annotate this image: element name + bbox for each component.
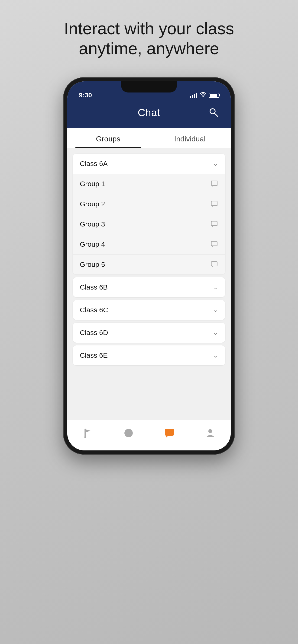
- chevron-down-icon: ⌄: [213, 283, 218, 291]
- class-6a-header[interactable]: Class 6A ⌄: [73, 154, 225, 174]
- class-6d-name: Class 6D: [80, 329, 108, 336]
- nav-item-profile[interactable]: [190, 425, 231, 441]
- svg-point-17: [208, 429, 212, 433]
- class-6e-header[interactable]: Class 6E ⌄: [73, 346, 225, 365]
- list-item[interactable]: Group 4: [73, 234, 225, 254]
- status-time: 9:30: [79, 92, 190, 99]
- class-card-6d: Class 6D ⌄: [73, 323, 225, 343]
- search-button[interactable]: [208, 107, 219, 118]
- list-item[interactable]: Group 2: [73, 194, 225, 214]
- svg-point-8: [84, 436, 86, 438]
- bottom-nav: [67, 420, 231, 450]
- svg-marker-16: [166, 436, 168, 438]
- class-card-6a: Class 6A ⌄ Group 1 Group 2: [73, 154, 225, 274]
- class-card-6e: Class 6E ⌄: [73, 346, 225, 365]
- group-2-name: Group 2: [80, 200, 105, 208]
- class-card-6b: Class 6B ⌄: [73, 277, 225, 297]
- header-title: Chat: [138, 107, 160, 118]
- tab-groups[interactable]: Groups: [67, 128, 149, 148]
- group-list-6a: Group 1 Group 2: [73, 174, 225, 274]
- class-6e-name: Class 6E: [80, 352, 108, 359]
- class-6b-name: Class 6B: [80, 283, 108, 291]
- chat-nav-icon: [164, 427, 175, 439]
- svg-rect-3: [211, 201, 217, 206]
- notch: [121, 81, 177, 92]
- explore-icon: [123, 428, 134, 438]
- class-6c-name: Class 6C: [80, 306, 108, 314]
- chat-bubble-icon: [210, 260, 218, 268]
- group-1-name: Group 1: [80, 180, 105, 188]
- content-area: Class 6A ⌄ Group 1 Group 2: [67, 148, 231, 420]
- group-4-name: Group 4: [80, 240, 105, 248]
- battery-icon: [209, 93, 219, 98]
- svg-line-1: [214, 113, 218, 116]
- class-6b-header[interactable]: Class 6B ⌄: [73, 277, 225, 297]
- svg-rect-6: [211, 262, 217, 266]
- chevron-down-icon: ⌄: [213, 160, 218, 168]
- class-6a-name: Class 6A: [80, 160, 108, 168]
- search-icon: [208, 107, 219, 118]
- nav-item-search[interactable]: [108, 425, 149, 441]
- chevron-down-icon: ⌄: [213, 329, 218, 336]
- signal-bars-icon: [190, 92, 197, 98]
- chat-bubble-icon: [210, 200, 218, 208]
- svg-point-10: [128, 432, 129, 434]
- profile-icon: [205, 428, 216, 438]
- class-6c-header[interactable]: Class 6C ⌄: [73, 300, 225, 320]
- tab-individual[interactable]: Individual: [149, 128, 231, 148]
- headline: Interact with your class anytime, anywhe…: [64, 18, 234, 59]
- list-item[interactable]: Group 1: [73, 174, 225, 194]
- wifi-icon: [200, 92, 207, 99]
- content-spacer: [73, 368, 225, 414]
- status-bar: 9:30: [67, 81, 231, 102]
- class-card-6c: Class 6C ⌄: [73, 300, 225, 320]
- list-item[interactable]: Group 5: [73, 254, 225, 274]
- chat-bubble-icon: [210, 180, 218, 188]
- svg-rect-5: [211, 241, 217, 246]
- list-item[interactable]: Group 3: [73, 214, 225, 234]
- status-icons: [190, 92, 219, 99]
- phone-screen: 9:30 Chat: [67, 81, 231, 450]
- tabs-container: Groups Individual: [67, 128, 231, 148]
- class-6d-header[interactable]: Class 6D ⌄: [73, 323, 225, 343]
- svg-rect-2: [211, 181, 217, 185]
- svg-rect-15: [165, 429, 174, 436]
- guide-icon: [82, 428, 93, 438]
- svg-rect-4: [211, 221, 217, 226]
- nav-item-chat[interactable]: [149, 425, 190, 441]
- group-5-name: Group 5: [80, 260, 105, 268]
- phone-frame: 9:30 Chat: [63, 77, 235, 454]
- group-3-name: Group 3: [80, 220, 105, 228]
- chat-bubble-icon: [210, 220, 218, 228]
- nav-item-guide[interactable]: [67, 425, 108, 441]
- app-header: Chat: [67, 102, 231, 128]
- svg-rect-7: [85, 428, 86, 436]
- chevron-down-icon: ⌄: [213, 352, 218, 359]
- chat-bubble-icon: [210, 240, 218, 248]
- chevron-down-icon: ⌄: [213, 306, 218, 314]
